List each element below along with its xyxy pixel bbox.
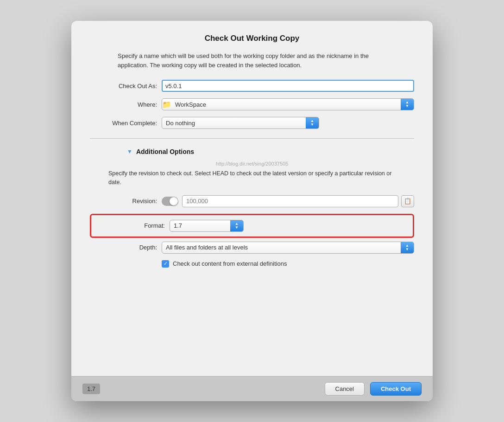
checkmark-icon: ✓ <box>164 261 168 267</box>
revision-row: Revision: 📋 <box>90 195 414 207</box>
folder-icon: 📁 <box>162 100 171 109</box>
where-label: Where: <box>90 101 157 108</box>
checkout-button[interactable]: Check Out <box>370 382 422 396</box>
revision-toggle[interactable] <box>162 197 178 206</box>
when-complete-select[interactable]: Do nothing ▲ ▼ <box>162 117 319 129</box>
format-value: 1.7 <box>170 222 230 229</box>
depth-value: All files and folders at all levels <box>162 244 401 251</box>
version-badge: 1.7 <box>82 384 100 394</box>
format-select[interactable]: 1.7 ▲ ▼ <box>170 220 244 232</box>
external-definitions-checkbox[interactable]: ✓ <box>162 260 169 268</box>
where-select-arrows[interactable]: ▲ ▼ <box>401 99 414 110</box>
footer-buttons: Cancel Check Out <box>325 382 422 396</box>
check-out-as-row: Check Out As: <box>90 80 414 92</box>
format-highlight-box: Format: 1.7 ▲ ▼ <box>90 214 414 238</box>
checkout-dialog: Check Out Working Copy Specify a name wh… <box>71 21 433 401</box>
depth-row: Depth: All files and folders at all leve… <box>90 242 414 254</box>
format-label: Format: <box>98 222 165 229</box>
dialog-title: Check Out Working Copy <box>90 34 414 43</box>
divider <box>90 138 414 139</box>
arrows-icon: ▲ ▼ <box>235 222 239 230</box>
depth-select[interactable]: All files and folders at all levels ▲ ▼ <box>162 242 414 254</box>
when-complete-value: Do nothing <box>162 120 306 127</box>
when-complete-row: When Complete: Do nothing ▲ ▼ <box>90 117 414 129</box>
depth-label: Depth: <box>90 244 157 251</box>
url-hint: http://blog.dir.net/sing/20037505 <box>90 161 414 166</box>
additional-description: Specify the revision to check out. Selec… <box>90 169 414 187</box>
dialog-description: Specify a name which will be used both f… <box>118 51 386 70</box>
arrows-icon: ▲ ▼ <box>310 119 314 127</box>
check-out-as-label: Check Out As: <box>90 83 157 90</box>
checkbox-label: Check out content from external definiti… <box>173 260 287 267</box>
format-select-arrows[interactable]: ▲ ▼ <box>230 220 243 231</box>
depth-select-arrows[interactable]: ▲ ▼ <box>401 242 414 253</box>
where-value: WorkSpace <box>171 101 401 108</box>
revision-input[interactable] <box>182 195 398 207</box>
cancel-button[interactable]: Cancel <box>325 382 365 396</box>
where-row: Where: 📁 WorkSpace ▲ ▼ <box>90 98 414 110</box>
calendar-icon: 📋 <box>404 198 411 205</box>
when-complete-label: When Complete: <box>90 120 157 127</box>
triangle-icon: ▼ <box>127 148 132 155</box>
revision-label: Revision: <box>90 198 157 205</box>
dialog-content: Check Out Working Copy Specify a name wh… <box>71 21 433 376</box>
arrows-icon: ▲ ▼ <box>405 101 409 108</box>
when-complete-select-arrows[interactable]: ▲ ▼ <box>306 117 319 128</box>
checkbox-row: ✓ Check out content from external defini… <box>90 260 414 268</box>
revision-calendar-btn[interactable]: 📋 <box>401 195 414 207</box>
check-out-as-input[interactable] <box>162 80 414 92</box>
additional-options-title: Additional Options <box>136 148 194 155</box>
dialog-footer: 1.7 Cancel Check Out <box>71 376 433 401</box>
arrows-icon: ▲ ▼ <box>405 244 409 251</box>
where-select[interactable]: 📁 WorkSpace ▲ ▼ <box>162 98 414 110</box>
additional-options-header: ▼ Additional Options <box>90 148 414 155</box>
